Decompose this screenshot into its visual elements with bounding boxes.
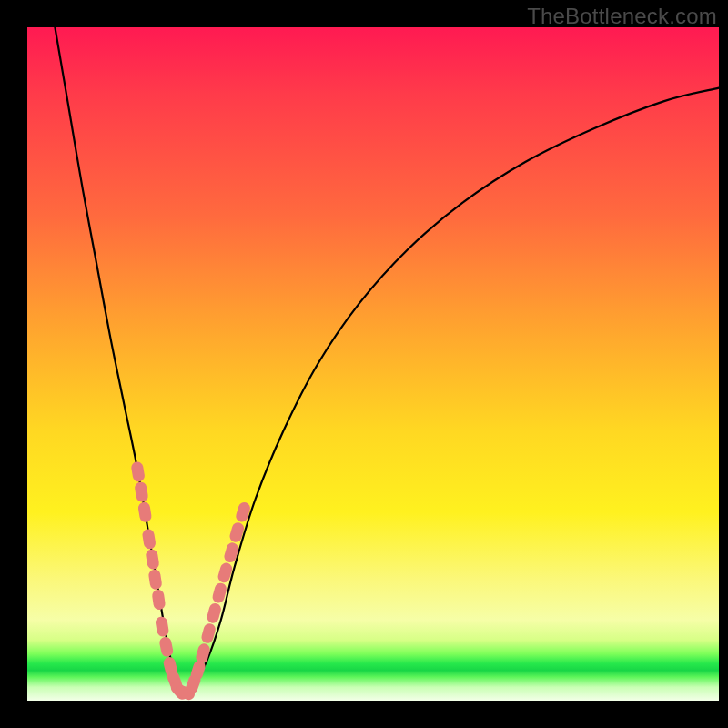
bead-marker bbox=[130, 460, 146, 482]
bead-marker bbox=[158, 636, 174, 658]
bead-marker bbox=[137, 501, 152, 523]
chart-frame: TheBottleneck.com bbox=[0, 0, 728, 728]
watermark-text: TheBottleneck.com bbox=[527, 4, 717, 29]
bead-marker bbox=[151, 589, 166, 611]
bead-marker bbox=[147, 569, 162, 591]
highlight-beads bbox=[130, 460, 251, 702]
bead-marker bbox=[155, 616, 169, 638]
bead-marker bbox=[145, 549, 159, 571]
bead-marker bbox=[142, 529, 157, 551]
plot-area bbox=[27, 27, 719, 701]
bead-marker bbox=[134, 481, 149, 503]
curve-svg bbox=[27, 27, 719, 701]
